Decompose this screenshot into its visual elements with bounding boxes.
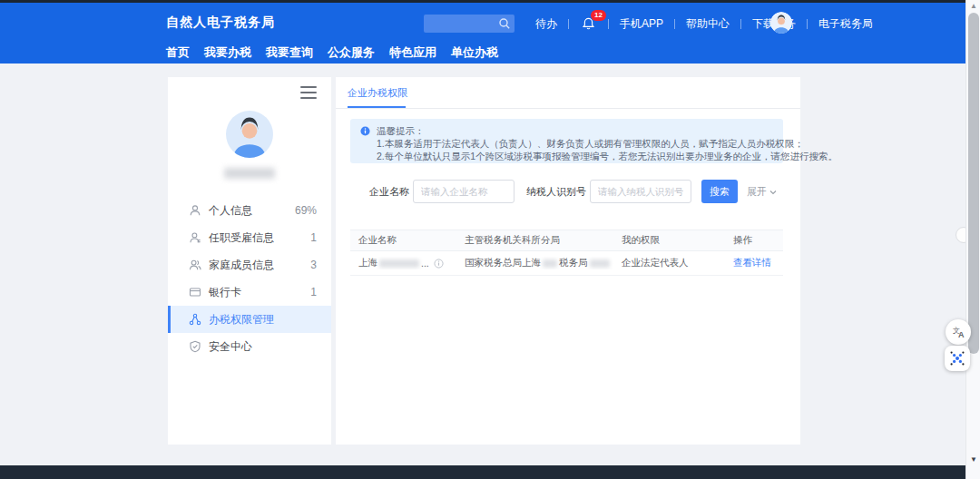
todo-link[interactable]: 待办 xyxy=(524,16,568,32)
org-network-icon xyxy=(189,313,201,326)
sidebar-collapse-icon[interactable] xyxy=(300,86,317,99)
chevron-down-icon xyxy=(769,190,777,195)
tab-bar: 企业办税权限 xyxy=(336,77,800,109)
company-prefix: 上海 xyxy=(358,257,377,269)
shield-icon xyxy=(189,340,201,353)
sidebar-item-label: 家庭成员信息 xyxy=(209,258,310,273)
scrollbar-thumb[interactable] xyxy=(968,13,979,354)
search-icon[interactable] xyxy=(497,16,512,31)
sidebar-item-employment-info[interactable]: 任职受雇信息 1 xyxy=(168,224,331,251)
sidebar-item-label: 银行卡 xyxy=(209,285,310,300)
page-scrollbar[interactable]: ▲ ▼ xyxy=(965,0,980,479)
etax-bureau-link[interactable]: 电子税务局 xyxy=(808,16,884,32)
table-header-row: 企业名称 主管税务机关科所分局 我的权限 操作 xyxy=(350,230,783,251)
search-form: 企业名称 纳税人识别号 搜索 展开 xyxy=(336,180,800,203)
sidebar-item-value: 69% xyxy=(295,204,317,217)
sidebar-item-tax-permission-mgmt[interactable]: 办税权限管理 xyxy=(168,306,331,333)
sidebar-menu: 个人信息 69% 任职受雇信息 1 家庭成员信息 3 xyxy=(168,197,331,360)
redacted-bureau-1 xyxy=(543,259,557,268)
info-icon xyxy=(360,126,370,136)
bank-card-icon xyxy=(189,286,201,298)
person-badge-icon xyxy=(189,231,201,244)
nav-item-featured-apps[interactable]: 特色应用 xyxy=(389,44,436,61)
tab-active-underline xyxy=(348,106,406,108)
extension-float-button[interactable] xyxy=(945,346,970,371)
sidebar-item-label: 任职受雇信息 xyxy=(209,230,310,246)
svg-text:A: A xyxy=(958,330,965,339)
cell-action: 查看详情 xyxy=(725,257,783,269)
sidebar: 个人信息 69% 任职受雇信息 1 家庭成员信息 3 xyxy=(168,77,331,445)
tab-enterprise-tax-permission[interactable]: 企业办税权限 xyxy=(348,86,407,100)
col-company-name: 企业名称 xyxy=(350,234,456,247)
company-ellipsis: ... xyxy=(421,258,429,269)
sidebar-item-bank-card[interactable]: 银行卡 1 xyxy=(168,279,331,306)
nav-item-home[interactable]: 首页 xyxy=(166,44,190,61)
col-tax-authority: 主管税务机关科所分局 xyxy=(456,234,613,247)
person-icon xyxy=(189,204,201,217)
permissions-table: 企业名称 主管税务机关科所分局 我的权限 操作 上海 ... 国家税务总局上海 … xyxy=(350,230,783,276)
translate-float-button[interactable]: 文 A xyxy=(946,319,971,345)
nav-item-public-service[interactable]: 公众服务 xyxy=(328,44,375,61)
scrollbar-down-arrow[interactable]: ▼ xyxy=(966,454,980,466)
header-search-box[interactable] xyxy=(424,15,514,33)
profile-avatar xyxy=(226,111,273,158)
search-button[interactable]: 搜索 xyxy=(701,180,738,203)
alert-line-2: 2.每个单位默认只显示1个跨区域涉税事项报验管理编号，若您无法识别出要办理业务的… xyxy=(377,150,774,162)
permission-value: 企业法定代表人 xyxy=(622,257,689,269)
row-info-icon[interactable] xyxy=(434,259,444,269)
sidebar-item-value: 1 xyxy=(310,286,317,298)
col-action: 操作 xyxy=(725,234,783,247)
expand-label: 展开 xyxy=(747,185,767,199)
taxpayer-id-input[interactable] xyxy=(590,180,691,203)
bureau-suffix: 税务局 xyxy=(559,257,588,269)
expand-link[interactable]: 展开 xyxy=(747,185,777,199)
app-header: 自然人电子税务局 待办 12 手机APP 帮助中心 下载服务 电子税务局 xyxy=(0,3,980,64)
people-icon xyxy=(189,259,201,271)
scrollbar-up-arrow[interactable]: ▲ xyxy=(966,0,980,13)
company-name-label: 企业名称 xyxy=(369,185,409,199)
sidebar-item-family-members[interactable]: 家庭成员信息 3 xyxy=(168,251,331,279)
redacted-company-name xyxy=(379,259,419,268)
sidebar-item-value: 1 xyxy=(310,231,317,244)
extension-icon xyxy=(950,351,965,366)
sidebar-item-value: 3 xyxy=(310,259,317,271)
sidebar-item-label: 安全中心 xyxy=(209,339,317,355)
profile-name-redacted xyxy=(224,168,275,179)
view-details-link[interactable]: 查看详情 xyxy=(733,257,771,269)
header-search-input[interactable] xyxy=(424,18,497,29)
cell-company-name: 上海 ... xyxy=(350,257,456,269)
notifications-button[interactable]: 12 xyxy=(569,16,608,31)
nav-item-query[interactable]: 我要查询 xyxy=(266,44,313,61)
sidebar-item-security-center[interactable]: 安全中心 xyxy=(168,333,331,360)
nav-item-unit-tax[interactable]: 单位办税 xyxy=(451,44,498,61)
col-my-permission: 我的权限 xyxy=(613,234,725,247)
main-nav: 首页 我要办税 我要查询 公众服务 特色应用 单位办税 xyxy=(166,44,498,61)
alert-line-1: 1.本服务适用于法定代表人（负责人）、财务负责人或拥有管理权限的人员，赋予指定人… xyxy=(377,137,774,150)
sidebar-item-personal-info[interactable]: 个人信息 69% xyxy=(168,197,331,224)
mobile-app-link[interactable]: 手机APP xyxy=(609,16,674,32)
sidebar-item-label: 个人信息 xyxy=(209,203,295,219)
notification-badge: 12 xyxy=(591,10,606,21)
app-title: 自然人电子税务局 xyxy=(166,15,275,31)
company-name-input[interactable] xyxy=(413,180,514,203)
cell-my-permission: 企业法定代表人 xyxy=(613,257,725,269)
nav-item-handle-tax[interactable]: 我要办税 xyxy=(204,44,251,61)
sidebar-item-label: 办税权限管理 xyxy=(209,312,317,327)
main-content: 企业办税权限 温馨提示： 1.本服务适用于法定代表人（负责人）、财务负责人或拥有… xyxy=(336,77,800,445)
avatar-image xyxy=(770,12,792,34)
notice-alert: 温馨提示： 1.本服务适用于法定代表人（负责人）、财务负责人或拥有管理权限的人员… xyxy=(350,119,783,163)
table-row: 上海 ... 国家税务总局上海 税务局 企业法定代表人 查看详情 xyxy=(350,251,783,276)
header-links: 待办 12 手机APP 帮助中心 下载服务 电子税务局 xyxy=(524,14,884,34)
page-footer xyxy=(0,465,965,479)
user-avatar[interactable] xyxy=(770,12,792,34)
alert-title: 温馨提示： xyxy=(377,124,774,137)
bureau-prefix: 国家税务总局上海 xyxy=(465,257,541,269)
cell-tax-authority: 国家税务总局上海 税务局 xyxy=(456,257,613,269)
taxpayer-id-label: 纳税人识别号 xyxy=(526,185,586,199)
redacted-bureau-2 xyxy=(590,259,610,268)
help-center-link[interactable]: 帮助中心 xyxy=(675,16,740,32)
translate-icon: 文 A xyxy=(951,325,965,339)
